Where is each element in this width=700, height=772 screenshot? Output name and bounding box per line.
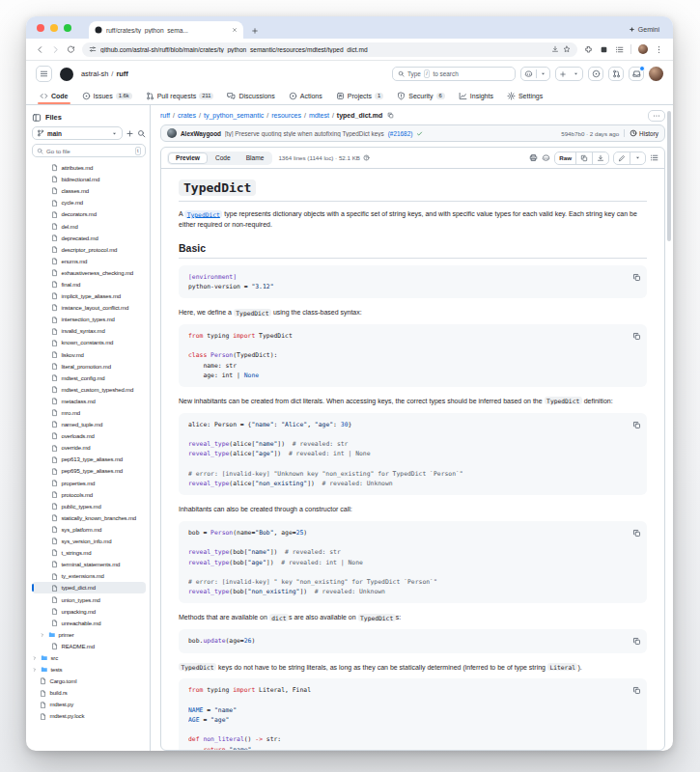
file-tree-item[interactable]: known_constants.md bbox=[32, 337, 146, 348]
commit-author[interactable]: AlexWaygood bbox=[181, 130, 221, 137]
question-icon[interactable] bbox=[363, 154, 370, 161]
copilot-file-icon[interactable] bbox=[542, 153, 550, 162]
copy-path-icon[interactable] bbox=[387, 112, 394, 119]
repo-tab-pull-requests[interactable]: Pull requests211 bbox=[140, 87, 220, 104]
gemini-button[interactable]: Gemini bbox=[629, 26, 659, 33]
file-tree-item[interactable]: literal_promotion.md bbox=[32, 361, 146, 372]
history-button[interactable]: History bbox=[624, 129, 658, 137]
browser-profile-avatar[interactable] bbox=[638, 44, 648, 54]
file-tree-item[interactable]: deprecated.md bbox=[32, 233, 146, 244]
repo-tab-code[interactable]: Code bbox=[34, 87, 74, 104]
org-link[interactable]: astral-sh bbox=[81, 69, 108, 78]
file-tree-item[interactable]: cycle.md bbox=[32, 197, 146, 208]
repo-tab-security[interactable]: Security6 bbox=[391, 87, 451, 104]
file-tree-item[interactable]: public_types.md bbox=[32, 501, 146, 512]
file-tree-item[interactable]: decorators.md bbox=[32, 208, 146, 220]
file-tree-item[interactable]: terminal_statements.md bbox=[32, 559, 146, 570]
address-bar[interactable]: github.com/astral-sh/ruff/blob/main/crat… bbox=[82, 42, 577, 57]
branch-selector[interactable]: main bbox=[32, 126, 123, 140]
file-tree-item[interactable]: t_strings.md bbox=[32, 547, 146, 559]
file-tree-item[interactable]: sys_platform.md bbox=[32, 524, 146, 536]
extensions-icon[interactable] bbox=[584, 45, 593, 54]
breadcrumb-more-button[interactable] bbox=[648, 110, 665, 122]
download-raw-button[interactable] bbox=[592, 152, 608, 164]
copy-code-button[interactable] bbox=[632, 634, 641, 648]
checks-passed-icon[interactable] bbox=[416, 130, 423, 137]
file-tree-item[interactable]: override.md bbox=[32, 442, 146, 454]
minimize-window-button[interactable] bbox=[50, 24, 58, 32]
file-tree-folder[interactable]: primer bbox=[32, 629, 146, 641]
edit-file-button[interactable] bbox=[614, 152, 630, 164]
file-tree-item[interactable]: protocols.md bbox=[32, 489, 146, 501]
file-tree-item[interactable]: intersection_types.md bbox=[32, 314, 146, 325]
file-tree-item[interactable]: exhaustiveness_checking.md bbox=[32, 267, 146, 279]
zoom-window-button[interactable] bbox=[64, 24, 71, 32]
repo-link[interactable]: ruff bbox=[116, 69, 127, 78]
file-tree-item[interactable]: unpacking.md bbox=[32, 606, 146, 618]
copilot-caret-icon[interactable] bbox=[537, 70, 549, 77]
file-tree-item[interactable]: mdtest.py bbox=[32, 699, 146, 710]
file-tree-item[interactable]: mdtest.py.lock bbox=[32, 710, 146, 722]
file-tree-item[interactable]: descriptor_protocol.md bbox=[32, 244, 146, 256]
file-tree-item[interactable]: ty_extensions.md bbox=[32, 570, 146, 582]
raw-button[interactable]: Raw bbox=[555, 152, 575, 164]
copilot-button[interactable] bbox=[520, 67, 550, 81]
copy-code-button[interactable] bbox=[632, 270, 641, 285]
file-tree-item[interactable]: sys_version_info.md bbox=[32, 536, 146, 547]
global-nav-menu-button[interactable] bbox=[36, 66, 52, 82]
copy-raw-button[interactable] bbox=[575, 152, 592, 164]
file-tree-item[interactable]: named_tuple.md bbox=[32, 419, 146, 430]
view-tab-preview[interactable]: Preview bbox=[168, 152, 208, 164]
user-avatar[interactable] bbox=[649, 67, 663, 81]
file-tree-item[interactable]: implicit_type_aliases.md bbox=[32, 290, 146, 302]
view-tab-code[interactable]: Code bbox=[208, 152, 238, 164]
repo-tab-actions[interactable]: Actions bbox=[283, 87, 328, 104]
file-tree-item[interactable]: invalid_syntax.md bbox=[32, 325, 146, 337]
file-tree-item[interactable]: instance_layout_conflict.md bbox=[32, 302, 146, 314]
file-tree-item[interactable]: liskov.md bbox=[32, 349, 146, 361]
file-tree-item[interactable]: pep695_type_aliases.md bbox=[32, 465, 146, 477]
forward-button[interactable] bbox=[51, 45, 60, 54]
repo-tab-projects[interactable]: Projects1 bbox=[330, 87, 390, 104]
copy-code-button[interactable] bbox=[632, 329, 641, 344]
close-window-button[interactable] bbox=[37, 24, 44, 32]
file-tree-item[interactable]: classes.md bbox=[32, 185, 146, 197]
new-tab-button[interactable] bbox=[251, 27, 259, 35]
breadcrumb-link[interactable]: mdtest bbox=[309, 112, 329, 119]
repo-tab-insights[interactable]: Insights bbox=[453, 87, 499, 104]
breadcrumb-link[interactable]: resources bbox=[271, 112, 301, 119]
extension-app-icon[interactable] bbox=[600, 45, 608, 54]
browser-tab[interactable]: ruff/crates/ty_python_sema... bbox=[89, 21, 243, 39]
add-file-button[interactable] bbox=[126, 129, 134, 138]
file-tree-item[interactable]: pep613_type_aliases.md bbox=[32, 454, 146, 465]
symbols-panel-icon[interactable] bbox=[650, 153, 658, 162]
breadcrumb-link[interactable]: ruff bbox=[160, 112, 170, 119]
bookmark-star-icon[interactable] bbox=[563, 45, 571, 53]
file-tree-folder[interactable]: src bbox=[32, 652, 146, 664]
file-tree-item[interactable]: del.md bbox=[32, 220, 146, 232]
file-tree-item[interactable]: mro.md bbox=[32, 407, 146, 419]
breadcrumb-link[interactable]: ty_python_semantic bbox=[204, 112, 264, 119]
copy-code-button[interactable] bbox=[632, 683, 641, 698]
file-tree-item[interactable]: bidirectional.md bbox=[32, 174, 146, 185]
file-tree-item[interactable]: mdtest_config.md bbox=[32, 372, 146, 384]
copy-code-button[interactable] bbox=[632, 418, 641, 432]
commit-pr-link[interactable]: (#21682) bbox=[388, 130, 413, 137]
print-icon[interactable] bbox=[529, 153, 538, 162]
file-tree-item[interactable]: mdtest_custom_typeshed.md bbox=[32, 384, 146, 396]
file-tree-item[interactable]: unreachable.md bbox=[32, 618, 146, 629]
browser-menu-icon[interactable] bbox=[655, 45, 663, 54]
file-tree-item[interactable]: overloads.md bbox=[32, 430, 146, 442]
file-tree-item[interactable]: Cargo.toml bbox=[32, 676, 146, 687]
repo-tab-discussions[interactable]: Discussions bbox=[221, 87, 280, 104]
github-logo[interactable] bbox=[59, 67, 74, 82]
global-search-input[interactable]: Type / to search bbox=[392, 67, 516, 81]
close-tab-icon[interactable] bbox=[232, 27, 238, 33]
issues-global-button[interactable] bbox=[588, 67, 603, 81]
file-tree-item[interactable]: README.md bbox=[32, 641, 146, 652]
edit-dropdown-button[interactable] bbox=[630, 152, 645, 164]
back-button[interactable] bbox=[36, 45, 44, 54]
file-tree-item[interactable]: enums.md bbox=[32, 256, 146, 267]
commit-message[interactable]: [ty] Preserve quoting style when autofix… bbox=[225, 130, 384, 137]
file-tree-item[interactable]: union_types.md bbox=[32, 593, 146, 605]
